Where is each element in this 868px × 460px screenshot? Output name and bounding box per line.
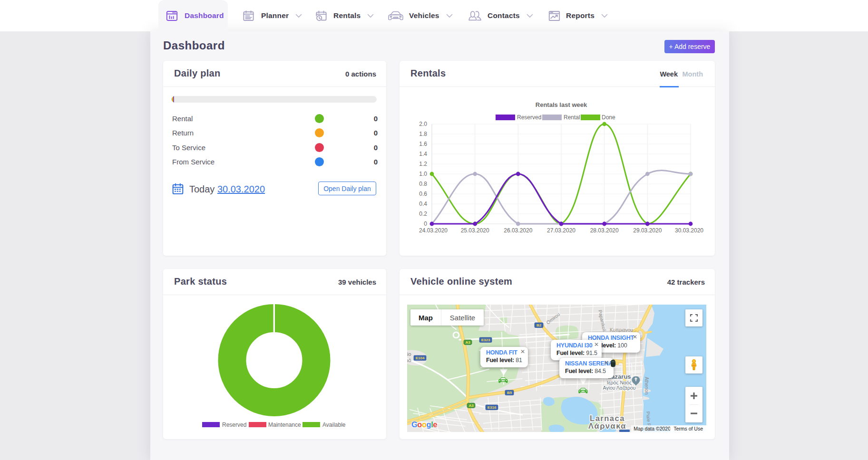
svg-text:1.8: 1.8 xyxy=(419,131,427,137)
svg-text:Rentals last week: Rentals last week xyxy=(536,101,587,108)
svg-text:0.6: 0.6 xyxy=(419,191,427,197)
svg-text:1.6: 1.6 xyxy=(419,141,427,147)
svg-text:26.03.2020: 26.03.2020 xyxy=(504,227,532,234)
svg-text:A3: A3 xyxy=(468,403,474,408)
svg-text:B2: B2 xyxy=(536,323,542,327)
svg-text:io: io xyxy=(407,351,411,357)
svg-text:Maintenance: Maintenance xyxy=(268,422,301,428)
svg-text:ιό: ιό xyxy=(407,357,411,363)
svg-text:B5: B5 xyxy=(507,391,512,395)
svg-text:0.4: 0.4 xyxy=(419,201,427,207)
svg-text:1.0: 1.0 xyxy=(419,171,427,177)
svg-text:27.03.2020: 27.03.2020 xyxy=(547,227,575,234)
svg-text:Αγίου Λαζάρου: Αγίου Λαζάρου xyxy=(603,385,636,391)
svg-text:30.03.2020: 30.03.2020 xyxy=(675,227,703,234)
svg-text:25.03.2020: 25.03.2020 xyxy=(461,227,489,234)
svg-text:E316: E316 xyxy=(488,405,497,410)
svg-text:Done: Done xyxy=(602,114,615,121)
svg-text:Athenon: Athenon xyxy=(644,377,649,394)
svg-text:Λάρνακα: Λάρνακα xyxy=(588,422,626,430)
svg-text:29.03.2020: 29.03.2020 xyxy=(633,227,662,234)
svg-text:Rental: Rental xyxy=(564,114,580,121)
svg-text:E104: E104 xyxy=(416,356,425,360)
svg-text:E323: E323 xyxy=(481,338,490,342)
svg-text:Available: Available xyxy=(322,422,346,428)
svg-text:24.03.2020: 24.03.2020 xyxy=(419,227,448,234)
svg-text:Reserved: Reserved xyxy=(222,422,246,428)
svg-text:1.4: 1.4 xyxy=(419,151,427,157)
svg-text:A3: A3 xyxy=(465,340,470,345)
svg-text:0.2: 0.2 xyxy=(419,211,427,217)
svg-text:28.03.2020: 28.03.2020 xyxy=(590,227,619,234)
svg-text:0: 0 xyxy=(424,220,427,227)
svg-text:2.0: 2.0 xyxy=(419,121,427,127)
svg-text:1.2: 1.2 xyxy=(419,161,427,167)
svg-text:Reserved: Reserved xyxy=(517,114,541,121)
svg-text:0.8: 0.8 xyxy=(419,181,427,187)
